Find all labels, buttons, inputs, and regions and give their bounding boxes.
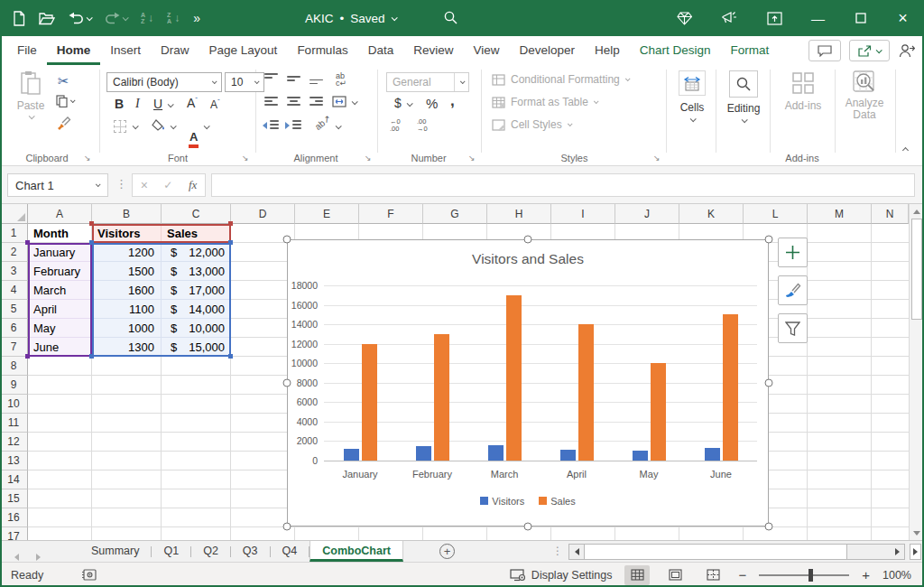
row-header-6[interactable]: 6 — [0, 319, 28, 338]
chart-selection-handle[interactable] — [283, 379, 291, 387]
align-top-icon[interactable] — [264, 73, 278, 84]
feedback-megaphone-icon[interactable] — [707, 0, 752, 36]
collapse-ribbon-icon[interactable] — [902, 147, 909, 154]
bar-visitors-january[interactable] — [344, 449, 359, 461]
maximize-button[interactable] — [839, 0, 882, 36]
chart-legend[interactable]: VisitorsSales — [288, 496, 768, 507]
open-folder-icon[interactable] — [39, 12, 55, 25]
italic-button[interactable]: I — [135, 97, 140, 111]
decrease-indent-icon[interactable] — [263, 120, 279, 131]
decrease-font-size-button[interactable]: Aˇ — [210, 98, 220, 111]
bar-sales-june[interactable] — [723, 314, 738, 461]
spreadsheet-grid[interactable]: ABCDEFGHIJKLMN1234567891011121314151617M… — [0, 204, 909, 540]
row-header-4[interactable]: 4 — [0, 281, 28, 300]
normal-view-button[interactable] — [624, 565, 650, 585]
chart-selection-handle[interactable] — [283, 523, 291, 531]
font-family-select[interactable]: Calibri (Body) — [106, 72, 222, 92]
underline-dropdown-icon[interactable] — [168, 101, 174, 107]
bar-sales-january[interactable] — [362, 344, 377, 461]
tabbar-splitter[interactable]: ⋮ — [552, 545, 563, 557]
chart-elements-button[interactable] — [778, 238, 808, 267]
accounting-dropdown-icon[interactable] — [407, 100, 413, 107]
row-header-3[interactable]: 3 — [0, 262, 28, 281]
vertical-scroll-thumb[interactable] — [911, 219, 922, 320]
series-values-range-handle[interactable] — [89, 354, 94, 359]
series-values-range-handle[interactable] — [228, 354, 233, 359]
cell-a1[interactable]: Month — [28, 224, 92, 243]
column-header-J[interactable]: J — [615, 204, 679, 224]
series-names-range-handle[interactable] — [89, 221, 94, 226]
share-button[interactable] — [849, 40, 890, 61]
cells-button[interactable]: Cells — [670, 70, 715, 122]
tab-home[interactable]: Home — [47, 36, 101, 65]
styles-dialog-launcher[interactable]: ↘ — [653, 154, 661, 163]
cut-icon[interactable]: ✂ — [58, 73, 69, 89]
column-header-A[interactable]: A — [28, 204, 92, 224]
row-header-1[interactable]: 1 — [0, 224, 28, 243]
name-box-dropdown-icon[interactable] — [96, 182, 101, 187]
copy-icon[interactable] — [56, 95, 74, 107]
increase-font-size-button[interactable]: Aˆ — [187, 96, 198, 110]
bold-button[interactable]: B — [115, 97, 124, 111]
sheet-tab-summary[interactable]: Summary — [79, 541, 151, 562]
sheet-tab-q4[interactable]: Q4 — [271, 541, 310, 562]
page-layout-view-button[interactable] — [662, 565, 688, 585]
clipboard-dialog-launcher[interactable]: ↘ — [84, 154, 91, 163]
series-values-range-handle[interactable] — [89, 240, 94, 245]
align-middle-icon[interactable] — [287, 73, 300, 84]
name-box[interactable]: Chart 1 — [7, 173, 108, 197]
editing-button[interactable]: Editing — [719, 70, 768, 123]
column-header-E[interactable]: E — [295, 204, 359, 224]
series-values-range-handle[interactable] — [228, 240, 233, 245]
zoom-out-button[interactable]: − — [738, 567, 746, 582]
decrease-decimal-icon[interactable]: .00→0 — [417, 118, 428, 133]
align-center-icon[interactable] — [287, 97, 300, 107]
column-header-F[interactable]: F — [359, 204, 423, 224]
minimize-button[interactable]: — — [797, 0, 839, 36]
title-dropdown-icon[interactable] — [391, 14, 397, 21]
category-range-handle[interactable] — [25, 240, 30, 245]
borders-dropdown-icon[interactable] — [133, 123, 139, 129]
borders-icon[interactable] — [114, 120, 126, 133]
sheet-tab-q2[interactable]: Q2 — [191, 541, 230, 562]
alignment-dialog-launcher[interactable]: ↘ — [365, 154, 372, 163]
zoom-slider[interactable] — [759, 574, 849, 576]
people-icon[interactable] — [898, 43, 915, 58]
column-header-L[interactable]: L — [744, 204, 808, 224]
tab-file[interactable]: File — [7, 36, 47, 65]
column-header-M[interactable]: M — [808, 204, 872, 224]
formula-bar-splitter[interactable]: ⋮ — [116, 177, 127, 191]
column-header-N[interactable]: N — [872, 204, 909, 224]
underline-button[interactable]: U — [153, 97, 162, 111]
zoom-slider-thumb[interactable] — [808, 569, 813, 582]
macro-record-icon[interactable] — [81, 569, 97, 581]
scroll-right-arrow[interactable] — [890, 545, 904, 559]
comma-style-button[interactable]: , — [450, 92, 455, 110]
select-all-corner[interactable] — [0, 204, 28, 224]
row-header-2[interactable]: 2 — [0, 243, 28, 262]
align-right-icon[interactable] — [310, 97, 323, 107]
tab-developer[interactable]: Developer — [509, 36, 585, 65]
sheet-tab-q3[interactable]: Q3 — [231, 541, 270, 562]
row-header-10[interactable]: 10 — [0, 395, 28, 414]
bar-sales-may[interactable] — [651, 363, 666, 461]
category-range-handle[interactable] — [25, 354, 30, 359]
row-header-5[interactable]: 5 — [0, 300, 28, 319]
bar-visitors-april[interactable] — [560, 450, 576, 461]
row-header-15[interactable]: 15 — [0, 489, 28, 508]
comments-button[interactable] — [808, 40, 841, 61]
chart-styles-button[interactable] — [778, 275, 808, 305]
tab-chart-design[interactable]: Chart Design — [630, 36, 721, 65]
tab-data[interactable]: Data — [358, 36, 404, 65]
bar-visitors-may[interactable] — [633, 451, 648, 461]
tab-help[interactable]: Help — [585, 36, 630, 65]
horizontal-scrollbar[interactable] — [568, 544, 905, 560]
tab-view[interactable]: View — [463, 36, 509, 65]
column-header-D[interactable]: D — [231, 204, 295, 224]
column-header-K[interactable]: K — [679, 204, 744, 224]
row-header-13[interactable]: 13 — [0, 452, 28, 471]
chart-title[interactable]: Visitors and Sales — [288, 251, 768, 267]
chart[interactable]: Visitors and Sales0200040006000800010000… — [287, 239, 769, 526]
merge-center-icon[interactable] — [332, 96, 346, 107]
column-header-G[interactable]: G — [423, 204, 487, 224]
